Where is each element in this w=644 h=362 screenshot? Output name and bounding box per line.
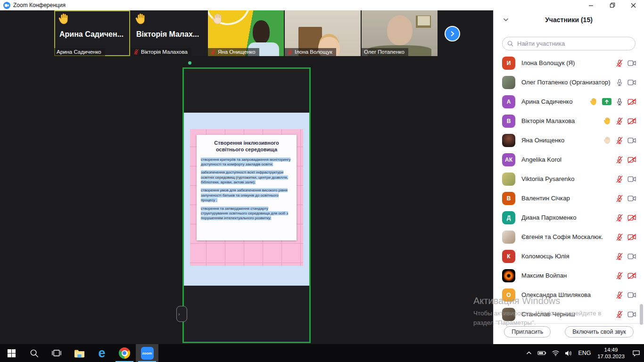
- camera-on-icon: [627, 79, 636, 86]
- video-tile-name-label: Ілона Волощук: [285, 48, 336, 56]
- video-tile-name-label: Яна Онищенко: [208, 48, 259, 56]
- start-button[interactable]: [0, 344, 23, 362]
- participant-row[interactable]: ААрина Садиченко: [494, 92, 644, 111]
- participant-row[interactable]: АКAngelika Korol: [494, 150, 644, 169]
- tray-chevron-up-icon[interactable]: [522, 344, 536, 362]
- camera-off-icon: [627, 156, 636, 163]
- file-explorer-icon[interactable]: [68, 344, 91, 362]
- clock[interactable]: 14:49 17.03.2023: [594, 344, 628, 362]
- video-tile-name: Яна Онищенко: [218, 49, 256, 55]
- camera-on-icon: [627, 60, 636, 66]
- participant-row[interactable]: Олег Потапенко (Организатор): [494, 73, 644, 92]
- participant-avatar: О: [502, 288, 515, 302]
- restore-button[interactable]: [602, 0, 623, 10]
- mic-muted-icon: [616, 175, 623, 183]
- mic-muted-icon: [616, 291, 623, 299]
- participant-row[interactable]: ООлександра Шпилякова: [494, 285, 644, 304]
- mic-on-icon: [616, 79, 623, 86]
- mic-muted-icon: [133, 49, 139, 55]
- participant-status-icons: [616, 195, 636, 202]
- slide-card: Створення інклюзивного освітнього середо…: [197, 135, 297, 240]
- participant-row[interactable]: Яна Онищенко: [494, 131, 644, 150]
- participant-row[interactable]: Станіслав Черниш: [494, 304, 644, 324]
- participant-row[interactable]: ДДиана Пархоменко: [494, 208, 644, 227]
- video-tile-name: Арина Садиченко: [57, 49, 101, 55]
- video-tile[interactable]: Ілона Волощук: [285, 10, 361, 56]
- taskbar-search-icon[interactable]: [23, 344, 45, 362]
- video-tile[interactable]: Олег Потапенко: [362, 10, 438, 56]
- raised-hand-icon: [58, 13, 70, 25]
- edge-icon[interactable]: e: [91, 344, 113, 362]
- search-input[interactable]: [516, 40, 630, 48]
- video-tile-name-label: Арина Садиченко: [54, 48, 105, 56]
- participant-row[interactable]: ВВікторія Малахова: [494, 111, 644, 131]
- screen-share-badge: [602, 98, 611, 105]
- participant-name: Коломоєць Юлія: [521, 253, 616, 260]
- chrome-icon[interactable]: [113, 344, 136, 362]
- video-tile[interactable]: Яна Онищенко: [208, 10, 284, 56]
- window-title: Zoom Конференция: [13, 2, 66, 8]
- participant-row[interactable]: Максим Войпан: [494, 266, 644, 285]
- participant-name: Олександра Шпилякова: [521, 291, 616, 298]
- minimize-button[interactable]: [580, 0, 602, 10]
- zoom-taskbar-icon[interactable]: zoom: [136, 344, 158, 362]
- panel-collapse-toggle[interactable]: ›: [176, 306, 187, 322]
- action-center-icon[interactable]: [628, 344, 644, 362]
- camera-off-icon: [627, 214, 636, 221]
- participant-name-large: Вікторія Малах...: [136, 30, 199, 39]
- participant-avatar: А: [502, 95, 515, 108]
- mic-muted-icon: [616, 311, 623, 318]
- search-box[interactable]: [502, 37, 636, 50]
- participants-header: Участники (15): [494, 10, 644, 29]
- participant-avatar: [502, 76, 515, 89]
- system-tray: ENG 14:49 17.03.2023: [522, 344, 644, 362]
- volume-icon[interactable]: [562, 344, 575, 362]
- unmute-button[interactable]: Включить свой звук: [565, 326, 634, 337]
- participant-status-icons: [590, 98, 636, 106]
- mic-muted-icon: [616, 195, 623, 202]
- video-tile[interactable]: Арина Садичен...Арина Садиченко: [54, 10, 130, 56]
- participant-avatar: В: [502, 192, 515, 205]
- participant-row[interactable]: ИІлона Волощук (Я): [494, 53, 644, 73]
- slide-bullet: забезпечення доступності всієї інфрастру…: [201, 170, 292, 185]
- participant-name: Вікторія Малахова: [521, 117, 603, 124]
- participant-name: Диана Пархоменко: [521, 214, 616, 221]
- participant-status-icons: [616, 214, 636, 222]
- slide-bullet-text: створення умов для забезпечення високого…: [201, 188, 288, 202]
- battery-icon[interactable]: [536, 344, 549, 362]
- mic-on-icon: [616, 98, 623, 106]
- chevron-down-icon[interactable]: [503, 18, 509, 22]
- participant-name: Viktoriia Pysarenko: [521, 175, 616, 182]
- camera-off-icon: [627, 99, 636, 105]
- participant-avatar: [502, 173, 515, 186]
- raised-hand-icon: [603, 117, 611, 125]
- camera-on-icon: [627, 137, 636, 144]
- video-tile-name: Олег Потапенко: [364, 49, 405, 55]
- participant-row[interactable]: ВВалентин Січкар: [494, 189, 644, 208]
- participant-row[interactable]: Євгенія та Софія Москалюк.: [494, 227, 644, 247]
- video-tile[interactable]: Вікторія Малах...Вікторія Малахова: [131, 10, 207, 56]
- close-button[interactable]: [623, 0, 644, 10]
- task-view-icon[interactable]: [45, 344, 68, 362]
- participant-name: Яна Онищенко: [521, 137, 603, 144]
- tray-date: 17.03.2023: [597, 353, 625, 360]
- participants-panel: Участники (15) ИІлона Волощук (Я)Олег По…: [493, 10, 644, 344]
- participant-name: Станіслав Черниш: [521, 311, 616, 318]
- next-videos-button[interactable]: [445, 26, 460, 41]
- participant-status-icons: [616, 291, 636, 299]
- title-bar: Zoom Конференция: [0, 0, 644, 10]
- video-tile-name-label: Вікторія Малахова: [131, 48, 191, 56]
- slide-bullet-text: забезпечення доступності всієї інфрастру…: [201, 170, 288, 184]
- wifi-icon[interactable]: [549, 344, 562, 362]
- camera-on-icon: [627, 195, 636, 202]
- language-indicator[interactable]: ENG: [575, 344, 594, 362]
- participant-avatar: [502, 230, 515, 244]
- invite-button[interactable]: Пригласить: [504, 326, 551, 337]
- participant-status-icons: [616, 253, 636, 260]
- participant-row[interactable]: Viktoriia Pysarenko: [494, 169, 644, 189]
- participant-status-icons: [616, 272, 636, 280]
- raised-hand-icon: [590, 98, 598, 106]
- participant-row[interactable]: ККоломоєць Юлія: [494, 247, 644, 266]
- scrollbar-thumb[interactable]: [640, 304, 643, 325]
- participant-name: Євгенія та Софія Москалюк.: [521, 233, 616, 240]
